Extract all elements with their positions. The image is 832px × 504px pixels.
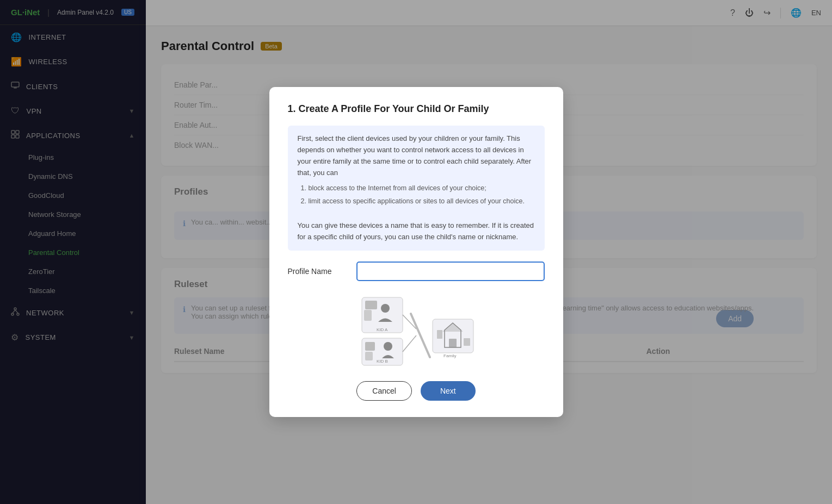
svg-text:KID A: KID A (377, 327, 388, 332)
next-button[interactable]: Next (421, 381, 476, 401)
svg-rect-19 (365, 352, 373, 360)
svg-rect-29 (464, 338, 470, 346)
svg-rect-12 (365, 301, 377, 309)
svg-text:KID B: KID B (377, 359, 388, 364)
modal-overlay: 1. Create A Profile For Your Child Or Fa… (0, 0, 832, 504)
modal-bullet-2: limit access to specific applications or… (309, 196, 535, 207)
modal-illustration: KID A KID B (288, 292, 545, 368)
modal-info-text2: You can give these devices a name that i… (298, 221, 534, 241)
svg-line-23 (411, 314, 430, 357)
modal-bullet-1: block access to the Internet from all de… (309, 183, 535, 194)
cancel-button[interactable]: Cancel (356, 381, 412, 401)
modal-title: 1. Create A Profile For Your Child Or Fa… (288, 103, 545, 115)
modal-info-box: First, select the client devices used by… (288, 126, 545, 251)
svg-rect-28 (437, 330, 442, 339)
profile-name-label: Profile Name (288, 267, 348, 276)
profile-name-input[interactable] (356, 262, 545, 281)
modal-info-text: First, select the client devices used by… (298, 134, 532, 176)
svg-line-22 (403, 335, 416, 352)
svg-point-14 (381, 304, 390, 313)
profile-name-row: Profile Name (288, 262, 545, 281)
svg-rect-18 (365, 342, 375, 351)
modal-buttons: Cancel Next (288, 381, 545, 401)
svg-rect-27 (449, 339, 457, 347)
svg-text:Family: Family (443, 353, 457, 358)
create-profile-modal: 1. Create A Profile For Your Child Or Fa… (269, 87, 563, 417)
svg-point-20 (384, 342, 392, 351)
svg-rect-13 (364, 310, 372, 321)
profile-illustration-svg: KID A KID B (356, 292, 476, 368)
